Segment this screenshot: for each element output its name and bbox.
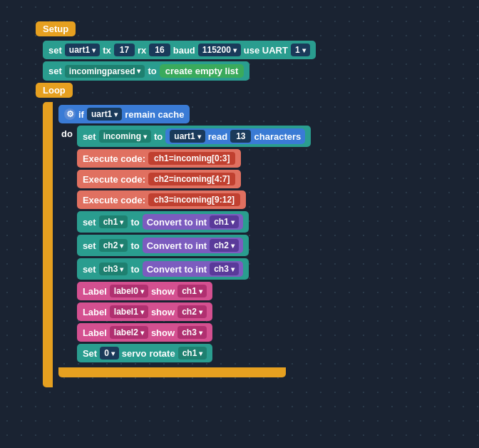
servo-block: Set 0 servo rotate ch1 xyxy=(77,344,212,362)
convert-ch1-block: Convert to int ch1 xyxy=(143,214,243,230)
rx-value: 16 xyxy=(149,44,170,56)
set-ch2-block: set ch2 to Convert to int ch2 xyxy=(77,235,249,256)
tx-value: 17 xyxy=(114,44,135,56)
set-list-block: set incomingparsed to create empty list xyxy=(43,61,249,81)
uart-block: set uart1 tx 17 rx 16 baud 115200 use UA… xyxy=(43,41,316,59)
create-list-block: create empty list xyxy=(160,64,244,78)
baud-dropdown[interactable]: 115200 xyxy=(198,44,241,56)
label1-dropdown[interactable]: label1 xyxy=(110,305,148,318)
exec3-code: ch3=incoming[9:12] xyxy=(148,193,240,206)
ch2-convert-dropdown[interactable]: ch2 xyxy=(210,239,239,252)
uart1-dropdown[interactable]: uart1 xyxy=(65,44,100,56)
set-ch1-block: set ch1 to Convert to int ch1 xyxy=(77,211,249,233)
uart1-read-dropdown[interactable]: uart1 xyxy=(170,130,205,143)
label0-show-block: Label label0 show ch1 xyxy=(77,282,212,300)
ch3-show-dropdown[interactable]: ch3 xyxy=(177,326,207,339)
servo-num-dropdown[interactable]: 0 xyxy=(100,347,119,360)
exec1-code: ch1=incoming[0:3] xyxy=(148,152,235,165)
label1-show-block: Label label1 show ch2 xyxy=(77,302,212,321)
convert-ch3-block: Convert to int ch3 xyxy=(143,261,243,277)
uart-read-block: uart1 read 13 characters xyxy=(165,128,305,144)
do-label: do xyxy=(61,128,73,139)
label0-dropdown[interactable]: label0 xyxy=(110,285,148,297)
label2-show-block: Label label2 show ch3 xyxy=(77,323,212,342)
setup-label: Setup xyxy=(36,21,76,36)
exec2-code: ch2=incoming[4:7] xyxy=(148,173,235,185)
execute-1-block: Execute code: ch1=incoming[0:3] xyxy=(77,149,242,168)
ch3-convert-dropdown[interactable]: ch3 xyxy=(210,263,239,275)
if-block: ⚙ if uart1 remain cache xyxy=(58,105,190,123)
ch1-convert-dropdown[interactable]: ch1 xyxy=(210,215,239,228)
ch2-set-dropdown[interactable]: ch2 xyxy=(99,239,128,252)
convert-ch2-block: Convert to int ch2 xyxy=(143,238,243,253)
set-ch3-block: set ch3 to Convert to int ch3 xyxy=(77,258,249,280)
execute-2-block: Execute code: ch2=incoming[4:7] xyxy=(77,170,242,188)
incoming-dropdown[interactable]: incoming xyxy=(99,130,151,143)
uart-if-dropdown[interactable]: uart1 xyxy=(87,108,122,121)
label2-dropdown[interactable]: label2 xyxy=(110,326,148,339)
ch2-show-dropdown[interactable]: ch2 xyxy=(177,305,207,318)
incomingparsed-dropdown[interactable]: incomingparsed xyxy=(65,65,145,78)
ch1-servo-dropdown[interactable]: ch1 xyxy=(178,347,207,360)
ch3-set-dropdown[interactable]: ch3 xyxy=(99,263,128,275)
uart-num-dropdown[interactable]: 1 xyxy=(291,44,310,56)
ch1-set-dropdown[interactable]: ch1 xyxy=(99,215,128,228)
ch1-show-dropdown[interactable]: ch1 xyxy=(177,285,207,297)
chars-value: 13 xyxy=(230,130,251,143)
gear-icon[interactable]: ⚙ xyxy=(64,108,76,120)
set-incoming-block: set incoming to uart1 read 13 characters xyxy=(77,126,311,147)
execute-3-block: Execute code: ch3=incoming[9:12] xyxy=(77,190,246,209)
loop-label: Loop xyxy=(36,83,73,98)
